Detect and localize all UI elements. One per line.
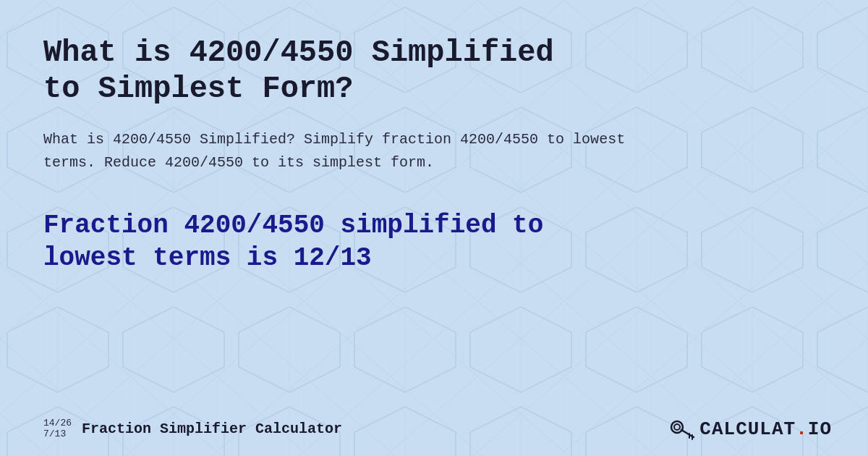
footer-fraction-bottom: 7/13 [43,428,72,440]
footer: 14/26 7/13 Fraction Simplifier Calculato… [43,418,342,440]
result-section: Fraction 4200/4550 simplified to lowest … [43,209,825,274]
logo-text: CALCULAT.IO [699,418,832,440]
footer-fractions: 14/26 7/13 [43,418,72,440]
result-title: Fraction 4200/4550 simplified to lowest … [43,209,637,274]
footer-label: Fraction Simplifier Calculator [82,421,342,437]
footer-logo: CALCULAT.IO [668,415,832,443]
description-text: What is 4200/4550 Simplified? Simplify f… [43,128,637,174]
main-content: What is 4200/4550 Simplified to Simplest… [0,0,868,325]
key-icon [668,415,695,443]
svg-point-10 [671,421,683,433]
logo-dot: . [796,418,808,440]
footer-fraction-top: 14/26 [43,418,72,429]
page-title: What is 4200/4550 Simplified to Simplest… [43,35,608,108]
svg-point-11 [674,424,680,430]
